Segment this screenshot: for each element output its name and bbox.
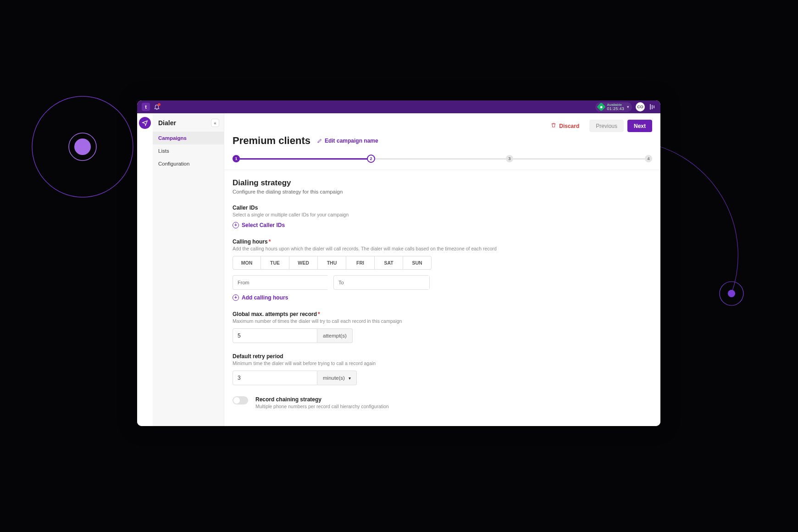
edit-campaign-label: Edit campaign name [325,138,378,144]
plus-circle-icon: + [233,294,239,301]
calling-hours-label: Calling hours* [233,238,652,245]
day-thu[interactable]: THU [318,256,346,270]
calling-hours-help: Add the calling hours upon which the dia… [233,246,652,251]
svg-point-1 [69,133,96,161]
chevron-down-icon: ▾ [349,376,351,381]
retry-label: Default retry period [233,353,652,360]
add-calling-hours-label: Add calling hours [242,294,288,301]
section-subheading: Configure the dialing strategy for this … [233,189,652,194]
select-caller-ids-label: Select Caller IDs [242,222,285,228]
retry-unit-label: minute(s) [323,375,345,381]
notifications-badge [158,103,161,106]
to-time-field: To [333,275,430,290]
step-1[interactable]: 1 [233,155,240,162]
step-2[interactable]: 2 [367,155,375,163]
notifications-icon[interactable] [154,104,160,110]
day-tue[interactable]: TUE [261,256,289,270]
svg-point-4 [728,290,735,297]
day-wed[interactable]: WED [289,256,318,270]
max-attempts-input[interactable] [233,328,317,343]
day-fri[interactable]: FRI [346,256,375,270]
sidebar-title: Dialer [158,119,176,127]
discard-label: Discard [559,123,579,129]
dialer-icon[interactable] [139,117,151,129]
edit-campaign-name-link[interactable]: Edit campaign name [317,138,378,144]
plus-circle-icon: + [233,222,239,228]
caller-ids-help: Select a single or multiple caller IDs f… [233,212,652,217]
discard-button[interactable]: Discard [544,120,586,132]
day-mon[interactable]: MON [233,256,261,270]
status-timer: 01:25:43 [607,107,624,111]
record-chaining-sub: Multiple phone numbers per record call h… [255,404,389,409]
trash-icon [551,122,556,129]
caller-ids-label: Caller IDs [233,205,652,211]
day-sat[interactable]: SAT [375,256,403,270]
section-heading: Dialing strategy [233,178,652,188]
sidebar-item-configuration[interactable]: Configuration [153,157,224,170]
step-4[interactable]: 4 [645,155,652,162]
sidebar-item-lists[interactable]: Lists [153,144,224,157]
sidebar-item-campaigns[interactable]: Campaigns [153,132,224,144]
wizard-stepper: 1 2 3 4 [233,153,652,164]
decorative-orbit-left [28,87,147,206]
side-panel-icon[interactable] [648,103,656,111]
record-chaining-title: Record chaining strategy [255,396,389,403]
sidebar: Dialer « Campaigns Lists Configuration [153,113,224,426]
retry-unit-select[interactable]: minute(s) ▾ [317,371,357,385]
max-attempts-label: Global max. attempts per record* [233,311,652,317]
retry-help: Minimum time the dialer will wait before… [233,360,652,366]
add-calling-hours-button[interactable]: + Add calling hours [233,294,288,301]
status-available-icon [597,102,606,111]
day-selector: MON TUE WED THU FRI SAT SUN [233,256,652,270]
day-sun[interactable]: SUN [403,256,432,270]
max-attempts-help: Maximum number of times the dialer will … [233,318,652,324]
from-label: From [233,280,255,285]
avatar[interactable]: CO [636,102,645,111]
select-caller-ids-button[interactable]: + Select Caller IDs [233,222,285,228]
to-label: To [334,280,349,285]
pencil-icon [317,138,322,144]
topbar: t Available 01:25:43 ▾ CO [137,100,660,113]
page-title: Premium clients [233,135,310,147]
step-3[interactable]: 3 [506,155,513,162]
chevron-down-icon: ▾ [627,105,629,109]
next-button[interactable]: Next [627,120,652,132]
agent-status[interactable]: Available 01:25:43 ▾ [595,102,632,112]
record-chaining-toggle[interactable] [233,396,248,405]
retry-input[interactable] [233,371,317,385]
to-time-input[interactable] [349,276,429,289]
svg-point-2 [74,139,91,155]
svg-point-3 [720,282,743,305]
collapse-sidebar-icon[interactable]: « [211,119,219,127]
main-panel: Discard Previous Next Premium clients Ed… [224,113,660,426]
svg-point-0 [32,96,133,197]
app-logo[interactable]: t [142,103,150,111]
from-time-field: From [233,275,329,290]
from-time-input[interactable] [255,276,331,289]
previous-button[interactable]: Previous [589,120,624,132]
nav-rail [137,113,153,426]
attempts-suffix: attempt(s) [317,328,353,343]
app-window: t Available 01:25:43 ▾ CO [137,100,660,426]
